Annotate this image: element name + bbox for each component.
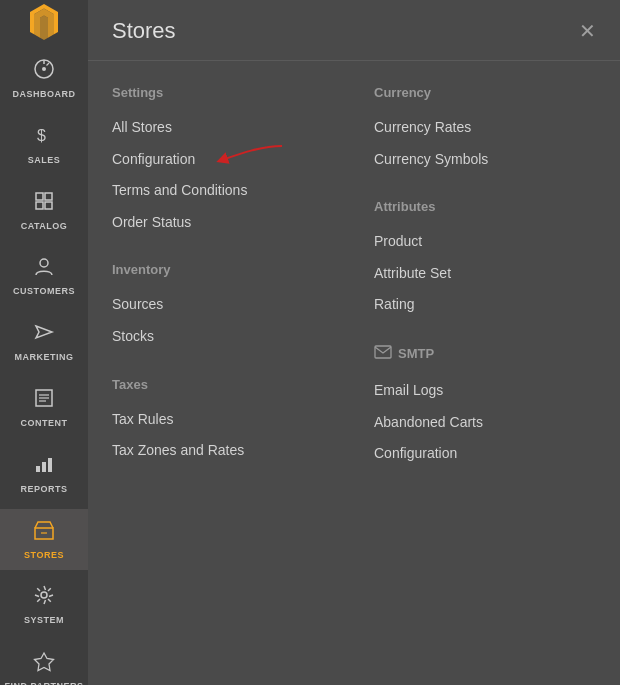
all-stores-link[interactable]: All Stores — [112, 112, 334, 144]
product-link[interactable]: Product — [374, 226, 596, 258]
svg-rect-17 — [48, 458, 52, 472]
left-column: Settings All Stores Configuration Ter — [112, 81, 354, 666]
tax-rules-link[interactable]: Tax Rules — [112, 404, 334, 436]
terms-conditions-link[interactable]: Terms and Conditions — [112, 175, 334, 207]
sidebar-item-dashboard-label: DASHBOARD — [13, 89, 76, 100]
sidebar-item-customers-label: CUSTOMERS — [13, 286, 75, 297]
currency-symbols-link[interactable]: Currency Symbols — [374, 144, 596, 176]
sidebar-item-reports-label: REPORTS — [20, 484, 67, 495]
sidebar-item-content-label: CONTENT — [21, 418, 68, 429]
dashboard-icon — [33, 58, 55, 85]
stores-icon — [33, 519, 55, 546]
svg-marker-10 — [36, 326, 52, 338]
svg-rect-5 — [36, 193, 43, 200]
svg-point-9 — [40, 259, 48, 267]
sidebar-item-marketing-label: MARKETING — [15, 352, 74, 363]
currency-section: Currency Currency Rates Currency Symbols — [374, 85, 596, 175]
svg-text:$: $ — [37, 127, 46, 144]
sidebar-item-catalog-label: CATALOG — [21, 221, 68, 232]
svg-point-20 — [41, 592, 47, 598]
tax-zones-link[interactable]: Tax Zones and Rates — [112, 435, 334, 467]
panel-header: Stores ✕ — [88, 0, 620, 61]
stocks-link[interactable]: Stocks — [112, 321, 334, 353]
smtp-configuration-link[interactable]: Configuration — [374, 438, 596, 470]
panel-content: Settings All Stores Configuration Ter — [88, 61, 620, 685]
sidebar-item-stores[interactable]: STORES — [0, 509, 88, 571]
email-logs-link[interactable]: Email Logs — [374, 375, 596, 407]
panel-close-button[interactable]: ✕ — [579, 21, 596, 41]
smtp-heading-label: SMTP — [398, 346, 434, 361]
sidebar-item-reports[interactable]: REPORTS — [0, 443, 88, 505]
sidebar-item-system-label: SYSTEM — [24, 615, 64, 626]
content-icon — [33, 387, 55, 414]
sidebar-item-sales[interactable]: $ SALES — [0, 114, 88, 176]
sidebar-logo — [0, 0, 88, 44]
right-column: Currency Currency Rates Currency Symbols… — [354, 81, 596, 666]
sidebar-item-stores-label: STORES — [24, 550, 64, 561]
sidebar-item-content[interactable]: CONTENT — [0, 377, 88, 439]
svg-rect-6 — [45, 193, 52, 200]
marketing-icon — [33, 321, 55, 348]
smtp-icon — [374, 345, 392, 363]
sidebar-item-catalog[interactable]: CATALOG — [0, 180, 88, 242]
customers-icon — [33, 255, 55, 282]
svg-line-3 — [47, 63, 50, 66]
attribute-set-link[interactable]: Attribute Set — [374, 258, 596, 290]
sidebar-item-system[interactable]: SYSTEM — [0, 574, 88, 636]
reports-icon — [33, 453, 55, 480]
taxes-section: Taxes Tax Rules Tax Zones and Rates — [112, 377, 334, 467]
inventory-section: Inventory Sources Stocks — [112, 262, 334, 352]
settings-heading: Settings — [112, 85, 334, 100]
settings-section: Settings All Stores Configuration Ter — [112, 85, 334, 238]
svg-point-1 — [42, 67, 46, 71]
sidebar-item-dashboard[interactable]: DASHBOARD — [0, 48, 88, 110]
svg-marker-21 — [35, 653, 54, 671]
currency-heading: Currency — [374, 85, 596, 100]
sidebar-item-find-partners[interactable]: FIND PARTNERS — [0, 640, 88, 685]
currency-rates-link[interactable]: Currency Rates — [374, 112, 596, 144]
rating-link[interactable]: Rating — [374, 289, 596, 321]
inventory-heading: Inventory — [112, 262, 334, 277]
smtp-section: SMTP Email Logs Abandoned Carts Configur… — [374, 345, 596, 470]
order-status-link[interactable]: Order Status — [112, 207, 334, 239]
sales-icon: $ — [33, 124, 55, 151]
system-icon — [33, 584, 55, 611]
smtp-heading: SMTP — [374, 345, 596, 363]
svg-rect-23 — [375, 346, 391, 358]
abandoned-carts-link[interactable]: Abandoned Carts — [374, 407, 596, 439]
stores-panel: Stores ✕ Settings All Stores Configurati… — [88, 0, 620, 685]
configuration-link[interactable]: Configuration — [112, 144, 334, 176]
svg-rect-8 — [45, 202, 52, 209]
svg-rect-7 — [36, 202, 43, 209]
catalog-icon — [33, 190, 55, 217]
sidebar-item-customers[interactable]: CUSTOMERS — [0, 245, 88, 307]
taxes-heading: Taxes — [112, 377, 334, 392]
attributes-section: Attributes Product Attribute Set Rating — [374, 199, 596, 321]
sidebar-item-sales-label: SALES — [28, 155, 61, 166]
attributes-heading: Attributes — [374, 199, 596, 214]
sidebar-item-find-partners-label: FIND PARTNERS — [5, 681, 84, 685]
panel-title: Stores — [112, 18, 176, 44]
sidebar: DASHBOARD $ SALES CATALOG — [0, 0, 88, 685]
find-partners-icon — [33, 650, 55, 677]
sidebar-item-marketing[interactable]: MARKETING — [0, 311, 88, 373]
svg-rect-15 — [36, 466, 40, 472]
sources-link[interactable]: Sources — [112, 289, 334, 321]
svg-rect-16 — [42, 462, 46, 472]
